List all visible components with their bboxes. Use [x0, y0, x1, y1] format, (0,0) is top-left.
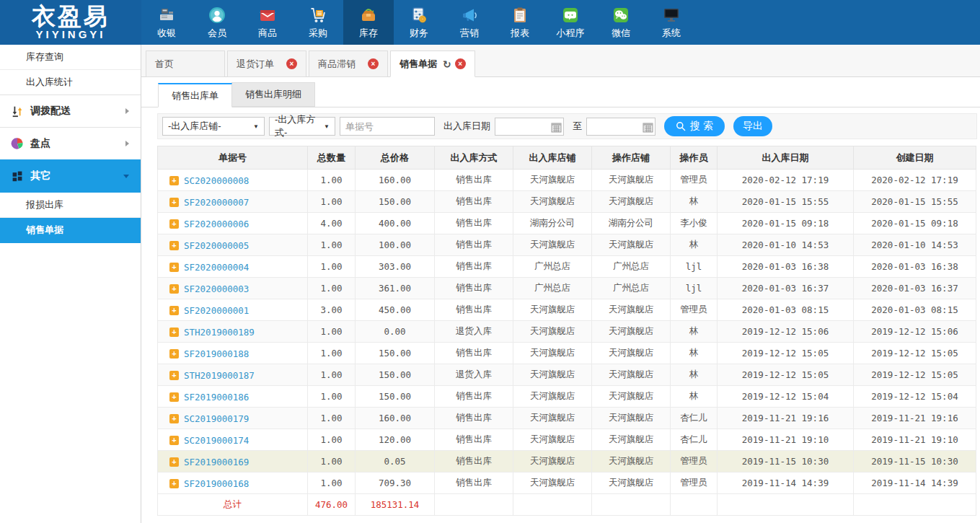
doc-number-link[interactable]: SF2019000168 — [184, 478, 249, 489]
expand-icon[interactable]: + — [169, 219, 179, 229]
tab-sales-doc[interactable]: 销售单据↻× — [390, 50, 475, 77]
doc-number-link[interactable]: STH2019000189 — [184, 327, 255, 338]
expand-icon[interactable]: + — [169, 328, 179, 337]
sidebar-item-damage-out[interactable]: 报损出库 — [0, 193, 141, 218]
doc-number-link[interactable]: SF2020000005 — [184, 240, 249, 251]
search-button[interactable]: 搜 索 — [664, 116, 725, 136]
sidebar-item-stock-query[interactable]: 库存查询 — [0, 45, 141, 70]
expand-icon[interactable]: + — [169, 479, 179, 488]
sidebar-item-others[interactable]: 其它 — [0, 159, 141, 193]
doc-number-link[interactable]: SF2019000169 — [184, 457, 249, 467]
close-icon[interactable]: × — [455, 58, 466, 69]
cell-3: 销售出库 — [435, 386, 513, 408]
column-header-5: 操作店铺 — [592, 146, 671, 170]
expand-icon[interactable]: + — [169, 284, 179, 294]
close-icon[interactable]: × — [368, 58, 379, 69]
doc-number-input[interactable] — [340, 117, 435, 136]
nav-item-label: 收银 — [157, 27, 176, 40]
expand-icon[interactable]: + — [169, 241, 179, 250]
doc-number-link[interactable]: SF2020000006 — [184, 219, 249, 229]
subtab-sales-outbound-detail[interactable]: 销售出库明细 — [231, 82, 315, 107]
column-header-2: 总价格 — [356, 146, 435, 170]
table-row[interactable]: +SF20200000041.00303.00销售出库广州总店广州总店ljl20… — [158, 256, 976, 278]
expand-icon[interactable]: + — [169, 414, 179, 423]
tab-return-order[interactable]: 退货订单× — [227, 50, 306, 77]
cell-7: 2020-01-10 14:53 — [718, 234, 854, 256]
table-row[interactable]: +SF20190001681.00709.30销售出库天河旗舰店天河旗舰店管理员… — [158, 473, 976, 494]
table-row[interactable]: +STH20190001891.000.00退货入库天河旗舰店天河旗舰店林201… — [158, 321, 976, 343]
date-to-input[interactable] — [586, 118, 655, 136]
nav-item-goods[interactable]: 商品 — [242, 0, 293, 45]
total-empty-cell — [671, 494, 718, 516]
expand-icon[interactable]: + — [169, 457, 179, 467]
doc-number-link[interactable]: SF2020000003 — [184, 284, 249, 294]
table-row[interactable]: +SF20190001881.00150.00销售出库天河旗舰店天河旗舰店林20… — [158, 343, 976, 364]
sidebar-item-transfer-delivery[interactable]: 调拨配送 — [0, 95, 141, 128]
subtab-sales-outbound[interactable]: 销售出库单 — [158, 83, 232, 107]
cell-5: 天河旗舰店 — [592, 386, 671, 408]
tab-home[interactable]: 首页 — [146, 50, 225, 77]
export-button[interactable]: 导出 — [733, 116, 772, 136]
sidebar-item-stock-io-stats[interactable]: 出入库统计 — [0, 70, 141, 95]
nav-item-inventory[interactable]: 库存 — [343, 0, 394, 45]
expand-icon[interactable]: + — [169, 371, 179, 380]
expand-icon[interactable]: + — [169, 349, 179, 359]
cell-7: 2019-12-12 15:05 — [718, 343, 854, 364]
cell-7: 2019-11-14 14:39 — [718, 473, 854, 494]
doc-number-link[interactable]: SF2020000001 — [184, 305, 249, 316]
tab-label: 首页 — [155, 58, 174, 71]
table-row[interactable]: +SF20200000064.00400.00销售出库湖南分公司湖南分公司李小俊… — [158, 213, 976, 234]
cell-6: 管理员 — [671, 473, 718, 494]
doc-number-link[interactable]: SC2020000008 — [184, 175, 249, 186]
expand-icon[interactable]: + — [169, 392, 179, 402]
close-icon[interactable]: × — [286, 58, 297, 69]
tab-icons: × — [286, 58, 297, 69]
sidebar-item-stocktake[interactable]: 盘点 — [0, 127, 141, 160]
expand-icon[interactable]: + — [169, 263, 179, 272]
expand-icon[interactable]: + — [169, 198, 179, 207]
table-row[interactable]: +SC20200000081.00160.00销售出库天河旗舰店天河旗舰店管理员… — [158, 170, 976, 191]
cell-1: 1.00 — [308, 234, 356, 256]
doc-number-link[interactable]: SF2019000186 — [184, 392, 249, 403]
doc-number-link[interactable]: SF2019000188 — [184, 348, 249, 359]
nav-item-cashier[interactable]: 收银 — [141, 0, 192, 45]
nav-item-miniprogram[interactable]: 小程序 — [545, 0, 596, 45]
nav-item-finance[interactable]: 财务 — [394, 0, 444, 45]
refresh-icon[interactable]: ↻ — [443, 59, 451, 69]
cell-3: 销售出库 — [435, 191, 513, 213]
io-type-filter-select[interactable]: -出入库方式- ▼ — [269, 117, 335, 136]
nav-item-system[interactable]: 系统 — [646, 0, 697, 45]
nav-item-wechat[interactable]: 微信 — [596, 0, 646, 45]
table-row[interactable]: +SF20190001691.000.05销售出库天河旗舰店天河旗舰店管理员20… — [158, 451, 976, 473]
doc-number-link[interactable]: SC2019000174 — [184, 435, 249, 446]
doc-number-link[interactable]: SF2020000007 — [184, 197, 249, 208]
nav-item-member[interactable]: 会员 — [192, 0, 242, 45]
doc-number-link[interactable]: SC2019000179 — [184, 413, 249, 424]
table-row[interactable]: +SF20200000031.00361.00销售出库广州总店广州总店ljl20… — [158, 278, 976, 299]
table-row[interactable]: +SF20190001861.00150.00销售出库天河旗舰店天河旗舰店林20… — [158, 386, 976, 408]
table-row[interactable]: +SC20190001791.00160.00销售出库天河旗舰店天河旗舰店杏仁儿… — [158, 408, 976, 429]
store-filter-select[interactable]: -出入库店铺- ▼ — [162, 117, 265, 136]
table-row[interactable]: +STH20190001871.00150.00退货入库天河旗舰店天河旗舰店林2… — [158, 364, 976, 386]
table-row[interactable]: +SC20190001741.00120.00销售出库天河旗舰店天河旗舰店杏仁儿… — [158, 429, 976, 451]
cell-6: 杏仁儿 — [671, 429, 718, 451]
report-icon — [510, 5, 530, 25]
tab-slow-goods[interactable]: 商品滞销× — [309, 50, 388, 77]
nav-item-purchase[interactable]: 采购 — [293, 0, 343, 45]
table-row[interactable]: +SF20200000013.00450.00销售出库天河旗舰店天河旗舰店管理员… — [158, 299, 976, 321]
marketing-icon — [459, 5, 480, 25]
expand-icon[interactable]: + — [169, 436, 179, 445]
doc-number-link[interactable]: STH2019000187 — [184, 370, 255, 381]
nav-item-report[interactable]: 报表 — [495, 0, 545, 45]
subtab-label: 销售出库单 — [172, 90, 218, 101]
nav-item-marketing[interactable]: 营销 — [444, 0, 495, 45]
cell-2: 400.00 — [356, 213, 435, 234]
table-row[interactable]: +SF20200000071.00150.00销售出库天河旗舰店天河旗舰店林20… — [158, 191, 976, 213]
expand-icon[interactable]: + — [169, 176, 179, 185]
table-row[interactable]: +SF20200000051.00100.00销售出库天河旗舰店天河旗舰店林20… — [158, 234, 976, 256]
doc-number-link[interactable]: SF2020000004 — [184, 262, 249, 273]
cell-6: 李小俊 — [671, 213, 718, 234]
expand-icon[interactable]: + — [169, 306, 179, 315]
sidebar-item-sales-doc[interactable]: 销售单据 — [0, 218, 141, 243]
date-from-input[interactable] — [495, 118, 564, 136]
